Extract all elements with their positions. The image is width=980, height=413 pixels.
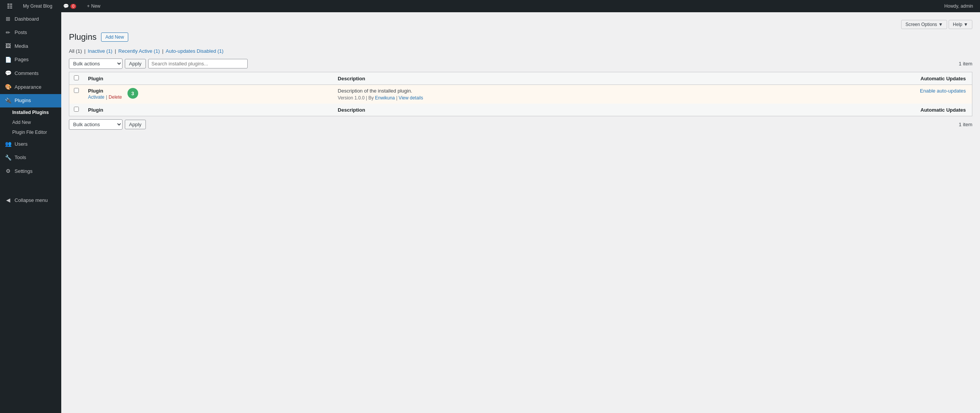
page-header: Plugins Add New: [69, 32, 972, 42]
adminbar-new[interactable]: + New: [85, 0, 103, 12]
content-top-bar: Screen Options ▼ Help ▼: [69, 20, 972, 29]
sidebar-item-plugins[interactable]: 🔌 Plugins: [0, 94, 61, 108]
row-checkbox[interactable]: [74, 88, 79, 93]
sidebar-item-tools[interactable]: 🔧 Tools: [0, 151, 61, 165]
enable-auto-updates-link[interactable]: Enable auto-updates: [920, 88, 966, 94]
col-header-plugin: Plugin: [83, 72, 333, 85]
submenu-plugin-file-editor[interactable]: Plugin File Editor: [0, 127, 61, 137]
comments-icon: 💬: [5, 70, 11, 77]
tab-recently-active[interactable]: Recently Active (1): [118, 48, 160, 54]
howdy-text: Howdy, admin: [944, 3, 973, 9]
sidebar-label-posts: Posts: [15, 29, 27, 36]
sidebar-item-users[interactable]: 👥 Users: [0, 137, 61, 151]
tab-inactive[interactable]: Inactive (1): [88, 48, 112, 54]
users-icon: 👥: [5, 140, 11, 148]
sidebar-item-posts[interactable]: ✏ Posts: [0, 26, 61, 40]
item-count-top: 1 item: [959, 61, 972, 67]
comment-icon: 💬: [63, 3, 69, 9]
delete-link[interactable]: Delete: [109, 94, 122, 100]
plugin-name-cell: Plugin Activate | Delete 3: [83, 85, 333, 104]
apply-button-top[interactable]: Apply: [125, 59, 146, 68]
tablenav-top: Bulk actions Apply 1 item: [69, 59, 972, 69]
plugin-badge: 3: [127, 88, 138, 99]
sidebar-item-dashboard[interactable]: ⊞ Dashboard: [0, 12, 61, 26]
plugins-icon: 🔌: [5, 97, 11, 105]
search-plugins-input[interactable]: [148, 59, 248, 68]
add-new-plugin-button[interactable]: Add New: [101, 33, 128, 42]
admin-bar: ☷ My Great Blog 💬 0 + New Howdy, admin: [0, 0, 980, 12]
sidebar-label-pages: Pages: [15, 56, 29, 63]
col-header-description: Description: [333, 72, 732, 85]
sidebar-label-media: Media: [15, 43, 28, 50]
plugin-version-info: Version 1.0.0 | By Enwikuna | View detai…: [338, 95, 727, 101]
plugin-auto-updates-cell: Enable auto-updates: [732, 85, 972, 104]
new-label: New: [91, 3, 100, 9]
plus-icon: +: [87, 3, 90, 9]
media-icon: 🖼: [5, 42, 11, 50]
view-details-link[interactable]: View details: [399, 95, 423, 101]
filter-tabs: All (1) | Inactive (1) | Recently Active…: [69, 48, 972, 54]
sidebar-item-settings[interactable]: ⚙ Settings: [0, 164, 61, 178]
sidebar-label-users: Users: [15, 141, 28, 148]
col-footer-plugin: Plugin: [83, 104, 333, 116]
tools-icon: 🔧: [5, 154, 11, 162]
item-count-bottom: 1 item: [959, 122, 972, 127]
plugins-table: Plugin Description Automatic Updates Plu…: [69, 72, 972, 116]
submenu-add-new[interactable]: Add New: [0, 117, 61, 127]
bulk-actions-select-bottom[interactable]: Bulk actions: [69, 119, 122, 130]
col-footer-checkbox: [69, 104, 84, 116]
sidebar-item-media[interactable]: 🖼 Media: [0, 39, 61, 53]
adminbar-wp-logo[interactable]: ☷: [5, 0, 15, 12]
sidebar-label-dashboard: Dashboard: [15, 16, 39, 23]
adminbar-comments[interactable]: 💬 0: [61, 0, 79, 12]
col-header-checkbox: [69, 72, 84, 85]
comment-count: 0: [70, 4, 77, 9]
plugins-submenu: Installed Plugins Add New Plugin File Ed…: [0, 107, 61, 137]
tab-all[interactable]: All (1): [69, 48, 82, 54]
pages-icon: 📄: [5, 56, 11, 64]
adminbar-howdy[interactable]: Howdy, admin: [942, 0, 975, 12]
appearance-icon: 🎨: [5, 83, 11, 91]
tablenav-bottom: Bulk actions Apply 1 item: [69, 119, 972, 130]
row-checkbox-cell: [69, 85, 84, 104]
table-header-row: Plugin Description Automatic Updates: [69, 72, 972, 85]
adminbar-site-name[interactable]: My Great Blog: [21, 0, 55, 12]
col-footer-auto-updates: Automatic Updates: [732, 104, 972, 116]
select-all-checkbox-top[interactable]: [74, 75, 79, 80]
sidebar-label-comments: Comments: [15, 70, 39, 77]
table-row: Plugin Activate | Delete 3 Descrip: [69, 85, 972, 104]
site-name-label: My Great Blog: [23, 3, 52, 9]
activate-link[interactable]: Activate: [88, 94, 105, 100]
table-footer-row: Plugin Description Automatic Updates: [69, 104, 972, 116]
help-button[interactable]: Help ▼: [949, 20, 972, 29]
plugin-author-link[interactable]: Enwikuna: [375, 95, 395, 101]
page-title: Plugins: [69, 32, 96, 42]
collapse-icon: ◀: [5, 197, 11, 204]
collapse-menu-button[interactable]: ◀ Collapse menu: [0, 193, 61, 207]
sidebar: ⊞ Dashboard ✏ Posts 🖼 Media 📄 Pages 💬 Co…: [0, 12, 61, 413]
bulk-actions-select-top[interactable]: Bulk actions: [69, 59, 122, 69]
sidebar-label-settings: Settings: [15, 168, 33, 175]
col-header-auto-updates: Automatic Updates: [732, 72, 972, 85]
dashboard-icon: ⊞: [5, 15, 11, 23]
main-content: Screen Options ▼ Help ▼ Plugins Add New …: [61, 12, 980, 413]
collapse-label: Collapse menu: [15, 197, 48, 204]
sidebar-item-comments[interactable]: 💬 Comments: [0, 67, 61, 80]
settings-icon: ⚙: [5, 167, 11, 175]
apply-button-bottom[interactable]: Apply: [125, 120, 146, 129]
plugin-name: Plugin: [88, 88, 122, 94]
sidebar-label-tools: Tools: [15, 154, 26, 161]
sidebar-label-appearance: Appearance: [15, 84, 41, 91]
posts-icon: ✏: [5, 29, 11, 37]
plugin-description-cell: Description of the installed plugin. Ver…: [333, 85, 732, 104]
sidebar-item-appearance[interactable]: 🎨 Appearance: [0, 80, 61, 94]
screen-options-button[interactable]: Screen Options ▼: [901, 20, 947, 29]
submenu-installed-plugins[interactable]: Installed Plugins: [0, 107, 61, 117]
sidebar-item-pages[interactable]: 📄 Pages: [0, 53, 61, 67]
tab-auto-updates-disabled[interactable]: Auto-updates Disabled (1): [166, 48, 224, 54]
wp-logo-icon: ☷: [7, 3, 12, 10]
col-footer-description: Description: [333, 104, 732, 116]
select-all-checkbox-bottom[interactable]: [74, 107, 79, 112]
plugin-description-text: Description of the installed plugin.: [338, 88, 727, 94]
sidebar-label-plugins: Plugins: [15, 97, 31, 104]
